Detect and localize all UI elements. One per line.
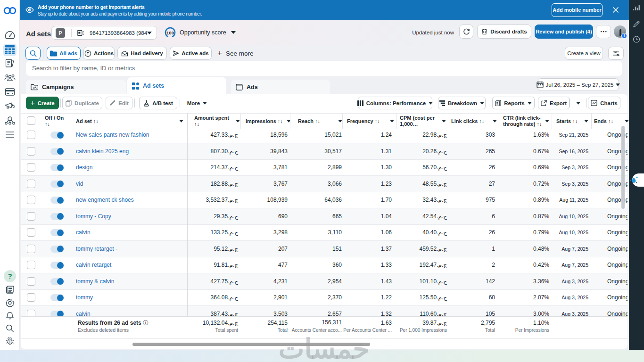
svg-text:100: 100 <box>166 30 174 35</box>
